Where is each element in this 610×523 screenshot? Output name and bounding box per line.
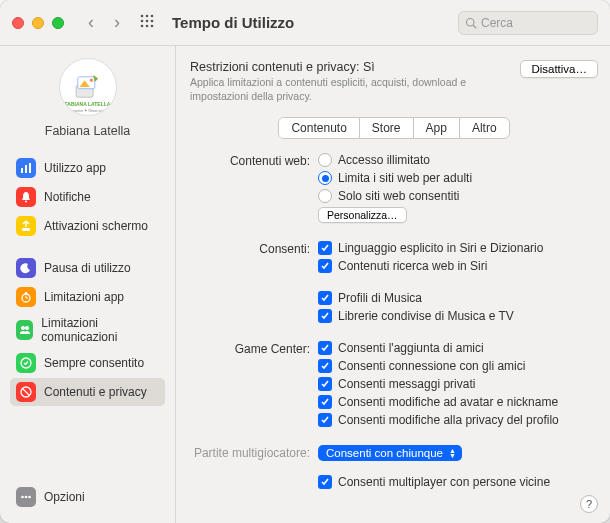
svg-point-1	[146, 15, 149, 18]
checkbox-icon	[318, 309, 332, 323]
checkbox-icon	[318, 377, 332, 391]
sidebar-item-notifications[interactable]: Notifiche	[10, 183, 165, 211]
section-title: Restrizioni contenuti e privacy: Sì	[190, 60, 520, 74]
tab-store[interactable]: Store	[360, 118, 414, 138]
sidebar-item-app-limits[interactable]: Limitazioni app	[10, 283, 165, 311]
radio-label: Accesso illimitato	[338, 153, 430, 167]
check-music-profiles[interactable]: Profili di Musica	[318, 291, 598, 305]
sidebar-item-label: Sempre consentito	[44, 356, 144, 370]
check-label: Librerie condivise di Musica e TV	[338, 309, 514, 323]
check-gc-private-msg[interactable]: Consenti messaggi privati	[318, 377, 598, 391]
back-button[interactable]: ‹	[82, 12, 100, 33]
pickups-icon	[16, 216, 36, 236]
svg-point-9	[467, 18, 475, 26]
tab-bar: Contenuto Store App Altro	[278, 117, 509, 139]
content-pane: Restrizioni contenuti e privacy: Sì Appl…	[176, 46, 610, 523]
always-allowed-icon	[16, 353, 36, 373]
check-gc-add-friends[interactable]: Consenti l'aggiunta di amici	[318, 341, 598, 355]
notifications-icon	[16, 187, 36, 207]
sidebar-item-always-allowed[interactable]: Sempre consentito	[10, 349, 165, 377]
profile-name: Fabiana Latella	[45, 124, 130, 138]
label-multiplayer: Partite multigiocatore:	[190, 445, 318, 460]
sidebar-item-content-privacy[interactable]: Contenuti e privacy	[10, 378, 165, 406]
radio-unrestricted[interactable]: Accesso illimitato	[318, 153, 598, 167]
svg-point-30	[28, 496, 31, 499]
sidebar-item-label: Limitazioni app	[44, 290, 124, 304]
sidebar-item-label: Pausa di utilizzo	[44, 261, 131, 275]
check-label: Consenti modifiche ad avatar e nickname	[338, 395, 558, 409]
svg-point-28	[21, 496, 24, 499]
check-web-search-siri[interactable]: Contenuti ricerca web in Siri	[318, 259, 598, 273]
section-subtitle: Applica limitazioni a contenuti esplicit…	[190, 76, 520, 103]
svg-point-3	[141, 20, 144, 23]
radio-label: Solo siti web consentiti	[338, 189, 459, 203]
check-explicit-siri[interactable]: Linguaggio esplicito in Siri e Dizionari…	[318, 241, 598, 255]
check-label: Consenti multiplayer con persone vicine	[338, 475, 550, 489]
radio-icon	[318, 189, 332, 203]
avatar[interactable]: FABIANA LATELLA Supporter ✦ Ghost writer	[59, 58, 117, 116]
options-icon	[16, 487, 36, 507]
avatar-banner: FABIANA LATELLA	[60, 101, 116, 107]
sidebar-item-comm-limits[interactable]: Limitazioni comunicazioni	[10, 312, 165, 348]
svg-point-2	[151, 15, 154, 18]
show-all-icon[interactable]	[134, 14, 160, 31]
multiplayer-select[interactable]: Consenti con chiunque ▲▼	[318, 445, 462, 461]
search-input[interactable]: Cerca	[458, 11, 598, 35]
radio-limit-adult[interactable]: Limita i siti web per adulti	[318, 171, 598, 185]
close-window-button[interactable]	[12, 17, 24, 29]
customize-button[interactable]: Personalizza…	[318, 207, 407, 223]
chevron-updown-icon: ▲▼	[449, 448, 456, 458]
svg-point-23	[21, 326, 25, 330]
check-label: Profili di Musica	[338, 291, 422, 305]
tab-app[interactable]: App	[414, 118, 460, 138]
sidebar-item-label: Utilizzo app	[44, 161, 106, 175]
disable-button[interactable]: Disattiva…	[520, 60, 598, 78]
svg-point-8	[151, 25, 154, 28]
sidebar-item-options[interactable]: Opzioni	[10, 483, 165, 511]
help-button[interactable]: ?	[580, 495, 598, 513]
check-label: Consenti l'aggiunta di amici	[338, 341, 484, 355]
label-game-center: Game Center:	[190, 341, 318, 356]
svg-rect-18	[22, 228, 30, 231]
checkbox-icon	[318, 413, 332, 427]
check-label: Contenuti ricerca web in Siri	[338, 259, 487, 273]
forward-button[interactable]: ›	[108, 12, 126, 33]
svg-point-5	[151, 20, 154, 23]
check-label: Consenti connessione con gli amici	[338, 359, 525, 373]
check-gc-connect[interactable]: Consenti connessione con gli amici	[318, 359, 598, 373]
tab-other[interactable]: Altro	[460, 118, 509, 138]
checkbox-icon	[318, 341, 332, 355]
check-label: Linguaggio esplicito in Siri e Dizionari…	[338, 241, 543, 255]
svg-line-27	[23, 389, 30, 396]
radio-label: Limita i siti web per adulti	[338, 171, 472, 185]
svg-rect-20	[25, 292, 27, 294]
search-icon	[465, 17, 477, 29]
label-allow: Consenti:	[190, 241, 318, 256]
check-gc-privacy[interactable]: Consenti modifiche alla privacy del prof…	[318, 413, 598, 427]
sidebar-item-downtime[interactable]: Pausa di utilizzo	[10, 254, 165, 282]
sidebar-item-label: Notifiche	[44, 190, 91, 204]
avatar-subtitle: Supporter ✦ Ghost writer	[60, 109, 116, 113]
checkbox-icon	[318, 291, 332, 305]
svg-point-6	[141, 25, 144, 28]
sidebar: FABIANA LATELLA Supporter ✦ Ghost writer…	[0, 46, 176, 523]
sidebar-item-label: Opzioni	[44, 490, 85, 504]
radio-allowed-only[interactable]: Solo siti web consentiti	[318, 189, 598, 203]
check-gc-avatar[interactable]: Consenti modifiche ad avatar e nickname	[318, 395, 598, 409]
zoom-window-button[interactable]	[52, 17, 64, 29]
svg-rect-14	[21, 168, 23, 173]
svg-point-7	[146, 25, 149, 28]
sidebar-item-pickups[interactable]: Attivazioni schermo	[10, 212, 165, 240]
svg-point-13	[89, 79, 92, 82]
check-shared-libraries[interactable]: Librerie condivise di Musica e TV	[318, 309, 598, 323]
content-privacy-icon	[16, 382, 36, 402]
check-nearby-multiplayer[interactable]: Consenti multiplayer con persone vicine	[318, 475, 598, 489]
minimize-window-button[interactable]	[32, 17, 44, 29]
svg-line-10	[473, 25, 476, 28]
checkbox-icon	[318, 475, 332, 489]
radio-icon	[318, 153, 332, 167]
select-value: Consenti con chiunque	[326, 447, 443, 459]
svg-point-0	[141, 15, 144, 18]
sidebar-item-app-usage[interactable]: Utilizzo app	[10, 154, 165, 182]
tab-content[interactable]: Contenuto	[279, 118, 359, 138]
